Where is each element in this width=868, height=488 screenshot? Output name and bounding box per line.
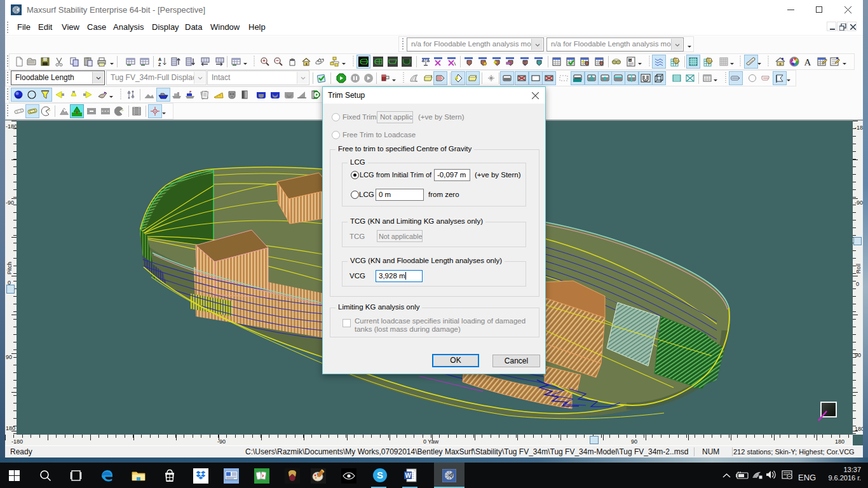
svg-text:W: W [405, 472, 412, 479]
svg-text:Z: Z [158, 62, 161, 67]
svg-text:A: A [158, 57, 161, 62]
svg-text:G: G [629, 58, 632, 62]
svg-text:A: A [804, 57, 811, 67]
